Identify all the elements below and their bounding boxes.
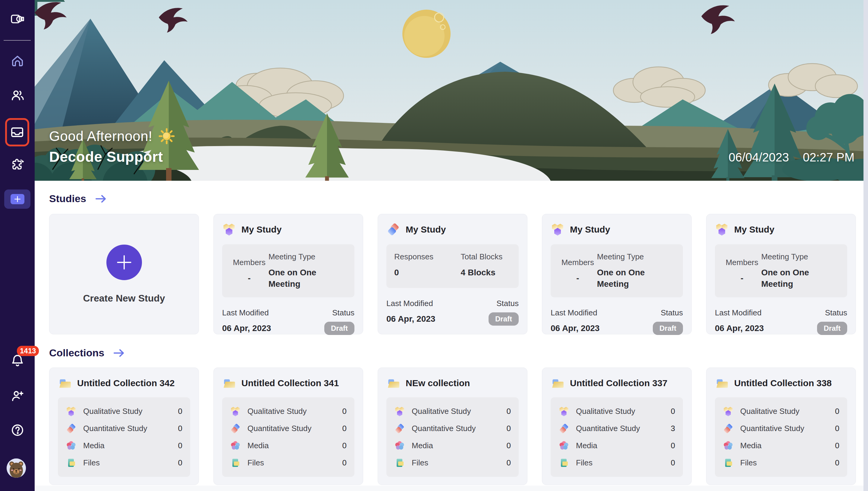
- create-new-study-card[interactable]: Create New Study: [49, 214, 199, 335]
- study-stats: Members - Meeting Type One on One Meetin…: [551, 244, 683, 297]
- sidebar-item-integrations[interactable]: [0, 158, 35, 172]
- sidebar-item-inbox[interactable]: [7, 125, 27, 140]
- qualitative-study-icon: [723, 406, 734, 417]
- sidebar-item-invite-member[interactable]: [0, 388, 35, 403]
- collection-card-header: Untitled Collection 342: [58, 376, 190, 390]
- collection-row: Quantitative Study 0: [394, 420, 511, 437]
- collection-row: Files 0: [558, 454, 675, 471]
- collection-row: Media 0: [723, 437, 839, 454]
- study-card[interactable]: My Study Responses 0 Total Blocks 4 Bloc…: [377, 214, 527, 335]
- folder-icon: [715, 376, 729, 390]
- study-card[interactable]: My Study Members - Meeting Type One on O…: [542, 214, 692, 335]
- stat-value: -: [723, 272, 761, 284]
- study-card-header: My Study: [715, 223, 847, 236]
- study-card-footer: Last Modified 06 Apr, 2023 Status Draft: [222, 308, 355, 335]
- qualitative-study-icon: [551, 223, 564, 236]
- sun-emoji: [159, 128, 175, 144]
- study-card-footer: Last Modified 06 Apr, 2023 Status Draft: [551, 308, 683, 335]
- last-modified-value: 06 Apr, 2023: [222, 323, 271, 333]
- dashboard-page: 1413: [0, 0, 868, 491]
- sidebar-item-home[interactable]: [0, 54, 35, 68]
- stat-cell: Responses 0: [394, 252, 461, 280]
- collection-card[interactable]: NEw collection Qualitative Study 0 Quant…: [377, 368, 527, 485]
- stat-label: Members: [558, 258, 597, 267]
- stat-value: One on One Meeting: [269, 267, 332, 290]
- study-stats: Responses 0 Total Blocks 4 Blocks: [386, 244, 519, 288]
- app-logo-icon[interactable]: [0, 11, 35, 27]
- study-card[interactable]: My Study Members - Meeting Type One on O…: [706, 214, 856, 335]
- qualitative-study-icon: [715, 223, 729, 236]
- row-label: Qualitative Study: [247, 407, 336, 416]
- workspace-name: Decode Support: [49, 148, 175, 165]
- row-count: 0: [178, 424, 183, 433]
- media-icon: [723, 440, 734, 451]
- files-icon: [558, 458, 569, 468]
- stat-value: 4 Blocks: [461, 267, 511, 278]
- last-modified-value: 06 Apr, 2023: [386, 314, 435, 324]
- sidebar-item-team[interactable]: [0, 88, 35, 103]
- last-modified-block: Last Modified 06 Apr, 2023: [222, 308, 271, 333]
- stat-cell: Meeting Type One on One Meeting: [761, 252, 839, 290]
- collections-arrow-icon[interactable]: [113, 348, 125, 357]
- horizontal-scrollbar[interactable]: [35, 486, 864, 491]
- media-icon: [558, 440, 569, 451]
- plus-icon: [115, 254, 133, 271]
- folder-icon: [551, 376, 564, 390]
- main-content: Studies Create New Study My Study: [35, 181, 864, 486]
- collection-row: Quantitative Study 0: [230, 420, 346, 437]
- collection-card[interactable]: Untitled Collection 337 Qualitative Stud…: [542, 368, 692, 485]
- study-card[interactable]: My Study Members - Meeting Type One on O…: [214, 214, 363, 335]
- collection-rows: Qualitative Study 0 Quantitative Study 0…: [58, 397, 190, 477]
- collection-card-title: Untitled Collection 337: [570, 378, 667, 388]
- row-count: 0: [178, 407, 183, 416]
- row-label: Media: [83, 441, 171, 450]
- sidebar-item-help[interactable]: [0, 423, 35, 437]
- stat-label: Total Blocks: [461, 252, 511, 261]
- row-count: 0: [507, 458, 511, 467]
- studies-arrow-icon[interactable]: [95, 194, 107, 203]
- collection-card[interactable]: Untitled Collection 342 Qualitative Stud…: [49, 368, 199, 485]
- row-count: 0: [507, 424, 511, 433]
- collection-rows: Qualitative Study 0 Quantitative Study 0…: [386, 397, 519, 477]
- study-card-title: My Study: [570, 224, 610, 235]
- collection-row: Qualitative Study 0: [66, 403, 183, 420]
- row-count: 0: [835, 424, 839, 433]
- last-modified-label: Last Modified: [715, 308, 764, 317]
- stat-cell: Meeting Type One on One Meeting: [269, 252, 346, 290]
- collection-card-title: Untitled Collection 338: [734, 378, 832, 388]
- study-card-header: My Study: [551, 223, 683, 236]
- sidebar-divider: [4, 40, 31, 41]
- vertical-scrollbar[interactable]: [864, 0, 868, 491]
- qualitative-study-icon: [222, 223, 236, 236]
- collection-row: Qualitative Study 0: [394, 403, 511, 420]
- study-card-title: My Study: [734, 224, 774, 235]
- study-card-list: Create New Study My Study Members - Meet…: [49, 214, 856, 335]
- media-icon: [66, 440, 77, 451]
- collection-rows: Qualitative Study 0 Quantitative Study 0…: [222, 397, 355, 477]
- status-block: Status Draft: [817, 308, 847, 335]
- create-new-wrap: [4, 190, 30, 209]
- create-new-button[interactable]: [10, 194, 24, 204]
- collection-card[interactable]: Untitled Collection 341 Qualitative Stud…: [214, 368, 363, 485]
- collection-row: Quantitative Study 0: [66, 420, 183, 437]
- last-modified-label: Last Modified: [551, 308, 599, 317]
- hero-time: 02:27 PM: [803, 151, 855, 164]
- status-block: Status Draft: [488, 299, 519, 326]
- row-count: 0: [342, 424, 346, 433]
- row-count: 0: [835, 407, 839, 416]
- collection-card-title: NEw collection: [406, 378, 470, 388]
- last-modified-label: Last Modified: [386, 299, 435, 308]
- studies-title: Studies: [49, 193, 86, 205]
- stat-value: -: [558, 272, 597, 284]
- profile-avatar[interactable]: [7, 459, 26, 478]
- last-modified-value: 06 Apr, 2023: [551, 323, 599, 333]
- collection-card[interactable]: Untitled Collection 338 Qualitative Stud…: [706, 368, 856, 485]
- row-count: 0: [342, 458, 346, 467]
- create-study-plus-button[interactable]: [106, 244, 142, 280]
- collection-row: Files 0: [394, 454, 511, 471]
- row-count: 0: [671, 441, 675, 450]
- row-label: Files: [247, 458, 336, 467]
- collection-card-header: Untitled Collection 337: [551, 376, 683, 390]
- row-label: Qualitative Study: [740, 407, 829, 416]
- hero-greeting-block: Good Afternoon! Decode Support: [49, 128, 175, 165]
